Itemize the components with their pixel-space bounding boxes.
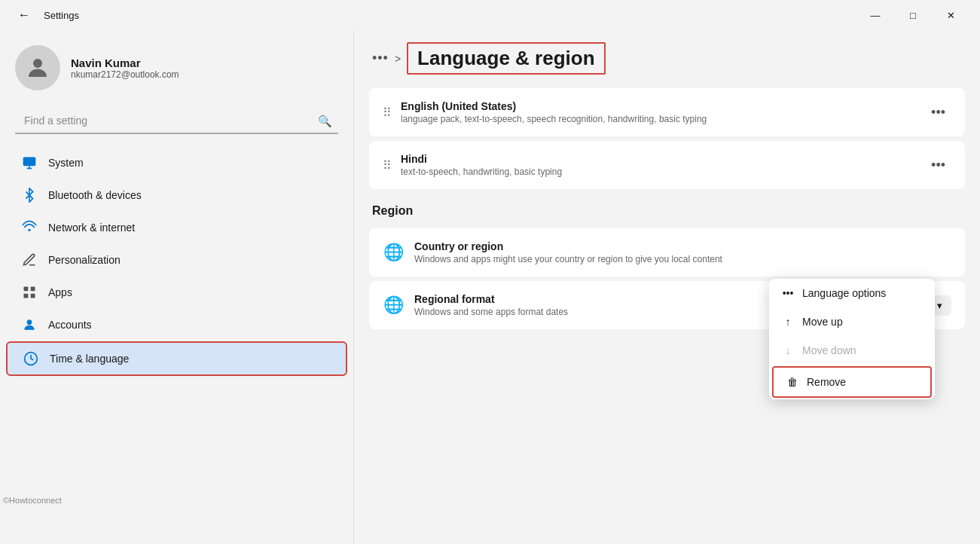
english-card-row: ⠿ English (United States) language pack,… <box>383 100 951 124</box>
country-region-row: 🌐 Country or region Windows and apps mig… <box>383 240 951 264</box>
close-button[interactable]: ✕ <box>933 3 968 27</box>
country-subtitle: Windows and apps might use your country … <box>414 254 951 264</box>
personalization-icon <box>21 252 38 268</box>
language-options-label: Language options <box>802 287 886 299</box>
trash-icon: 🗑 <box>786 375 799 389</box>
nav-list: System Bluetooth & devices <box>0 146 353 377</box>
apps-icon <box>21 284 38 301</box>
accounts-icon <box>21 316 38 333</box>
sidebar-item-personalization-label: Personalization <box>48 254 121 266</box>
page-title: Language & region <box>407 42 605 75</box>
minimize-button[interactable]: — <box>858 3 893 27</box>
hindi-subtitle: text-to-speech, handwriting, basic typin… <box>401 167 914 177</box>
avatar <box>15 45 60 90</box>
bluetooth-icon <box>21 187 38 203</box>
back-button[interactable]: ← <box>12 5 36 25</box>
app-title: Settings <box>44 10 79 21</box>
content-area: ••• > Language & region ⠿ English (Unite… <box>354 30 980 544</box>
move-up-icon: ↑ <box>781 315 795 329</box>
sidebar-item-system-label: System <box>48 157 84 169</box>
maximize-button[interactable]: □ <box>896 3 930 27</box>
english-more-button[interactable]: ••• <box>925 102 951 124</box>
english-card-info: English (United States) language pack, t… <box>401 100 914 124</box>
chevron-down-icon: ▾ <box>937 300 942 311</box>
region-section-label: Region <box>354 194 980 224</box>
english-language-card: ⠿ English (United States) language pack,… <box>369 88 965 136</box>
sidebar-item-bluetooth[interactable]: Bluetooth & devices <box>6 179 347 211</box>
watermark: ©Howtoconnect <box>3 496 62 505</box>
globe-icon: 🌐 <box>383 242 404 263</box>
hindi-more-button[interactable]: ••• <box>925 154 951 176</box>
sidebar-item-network-label: Network & internet <box>48 222 135 234</box>
country-region-card: 🌐 Country or region Windows and apps mig… <box>369 228 965 277</box>
remove-item[interactable]: 🗑 Remove <box>772 366 932 398</box>
svg-rect-6 <box>31 287 35 292</box>
search-container: 🔍 <box>15 108 338 134</box>
english-subtitle: language pack, text-to-speech, speech re… <box>401 114 914 124</box>
sidebar-item-bluetooth-label: Bluetooth & devices <box>48 189 142 201</box>
move-down-item: ↓ Move down <box>769 336 935 365</box>
app-container: Navin Kumar nkumar2172@outlook.com 🔍 Sys… <box>0 30 980 544</box>
title-bar-controls: — □ ✕ <box>858 3 968 27</box>
title-bar-left: ← Settings <box>12 5 79 25</box>
language-options-icon: ••• <box>781 286 795 300</box>
english-title: English (United States) <box>401 100 914 112</box>
sidebar-item-apps-label: Apps <box>48 286 72 298</box>
move-down-label: Move down <box>802 344 856 356</box>
hindi-language-card: ⠿ Hindi text-to-speech, handwriting, bas… <box>369 141 965 189</box>
user-info: Navin Kumar nkumar2172@outlook.com <box>71 57 179 80</box>
breadcrumb-dots: ••• <box>372 50 389 66</box>
search-icon: 🔍 <box>318 115 332 128</box>
remove-label: Remove <box>807 376 846 388</box>
network-icon <box>21 219 38 236</box>
sidebar-item-accounts-label: Accounts <box>48 319 92 331</box>
sidebar-item-time-label: Time & language <box>50 353 129 365</box>
drag-handle-english[interactable]: ⠿ <box>383 105 390 120</box>
svg-point-9 <box>27 319 32 325</box>
sidebar-item-time[interactable]: Time & language <box>6 341 347 376</box>
svg-point-4 <box>28 229 30 231</box>
hindi-card-row: ⠿ Hindi text-to-speech, handwriting, bas… <box>383 153 951 177</box>
sidebar-item-apps[interactable]: Apps <box>6 277 347 308</box>
language-options-item[interactable]: ••• Language options <box>769 279 935 307</box>
context-menu: ••• Language options ↑ Move up ↓ Move do… <box>769 279 935 399</box>
user-name: Navin Kumar <box>71 57 179 69</box>
system-icon <box>21 154 38 171</box>
hindi-card-info: Hindi text-to-speech, handwriting, basic… <box>401 153 914 177</box>
sidebar-item-system[interactable]: System <box>6 147 347 179</box>
user-email: nkumar2172@outlook.com <box>71 69 179 80</box>
content-header: ••• > Language & region <box>354 30 980 84</box>
move-up-item[interactable]: ↑ Move up <box>769 307 935 336</box>
regional-format-icon: 🌐 <box>383 295 404 316</box>
svg-point-0 <box>33 59 42 68</box>
user-icon <box>24 54 51 81</box>
svg-rect-1 <box>23 157 36 167</box>
country-region-info: Country or region Windows and apps might… <box>414 240 951 264</box>
sidebar-item-personalization[interactable]: Personalization <box>6 244 347 276</box>
sidebar-item-network[interactable]: Network & internet <box>6 212 347 243</box>
country-title: Country or region <box>414 240 951 252</box>
title-bar: ← Settings — □ ✕ <box>0 0 980 30</box>
svg-rect-7 <box>24 294 29 298</box>
hindi-title: Hindi <box>401 153 914 165</box>
move-down-icon: ↓ <box>781 344 795 357</box>
breadcrumb-chevron: > <box>395 53 401 65</box>
svg-rect-5 <box>24 287 29 292</box>
svg-rect-8 <box>31 294 35 298</box>
sidebar: Navin Kumar nkumar2172@outlook.com 🔍 Sys… <box>0 30 354 544</box>
user-profile: Navin Kumar nkumar2172@outlook.com <box>0 30 353 102</box>
time-icon <box>23 350 39 367</box>
drag-handle-hindi[interactable]: ⠿ <box>383 158 390 173</box>
move-up-label: Move up <box>802 316 843 328</box>
search-input[interactable] <box>15 108 338 134</box>
sidebar-item-accounts[interactable]: Accounts <box>6 309 347 341</box>
